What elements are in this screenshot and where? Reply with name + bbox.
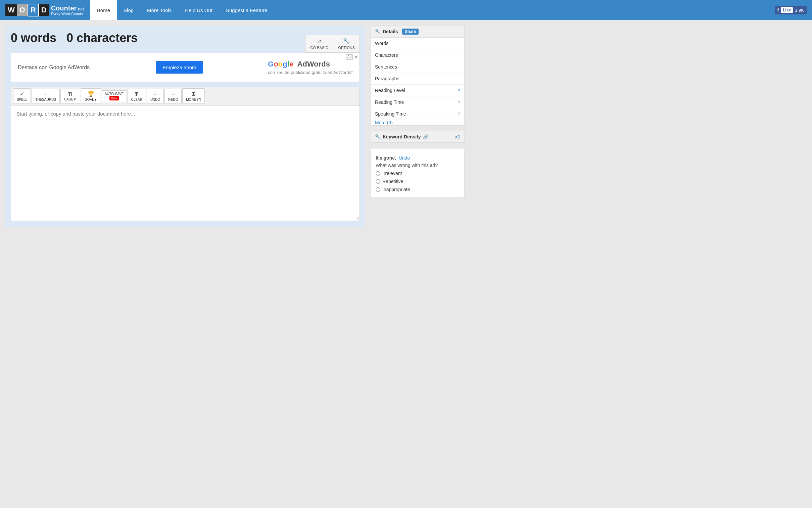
ad-close-icon[interactable]: ✕: [354, 54, 358, 60]
ad-question: What was wrong with this ad?: [376, 163, 460, 168]
ad-brand-area: Google AdWords con 75€ de publicidad gra…: [268, 60, 353, 75]
sidebar-item-reading-level[interactable]: Reading Level ?: [371, 85, 464, 96]
undo-icon: ←: [153, 91, 158, 97]
reading-level-help-icon[interactable]: ?: [458, 88, 460, 93]
nav-suggest[interactable]: Suggest a Feature: [219, 0, 274, 20]
site-header: W O R D Counter.net Every Word Counts Ho…: [0, 0, 812, 20]
ad-feedback-section: It's gone. Undo What was wrong with this…: [371, 148, 465, 197]
ad-gone-text: It's gone. Undo: [376, 155, 460, 161]
top-buttons: ↗ GO BASIC 🔧 OPTIONS: [305, 35, 360, 53]
sidebar-item-words[interactable]: Words: [371, 38, 464, 49]
radio-repetitive[interactable]: Repetitive: [376, 179, 460, 184]
sidebar: 🔧 Details Share Words Characters Sentenc…: [371, 26, 465, 197]
goal-button[interactable]: 🏆 GOAL▼: [81, 88, 101, 104]
logo[interactable]: W O R D Counter.net Every Word Counts: [5, 4, 84, 16]
sidebar-item-sentences[interactable]: Sentences: [371, 61, 464, 73]
redo-label: REDO: [168, 98, 178, 101]
case-label: CASE▼: [64, 97, 77, 101]
autosave-off-badge: OFF: [109, 96, 119, 100]
editor-container: ✓ SPELL ≡ THESAURUS TI CASE▼ 🏆 GOAL▼ AUT…: [11, 87, 360, 221]
main-nav: Home Blog More Tools Help Us Out Suggest…: [90, 0, 274, 20]
ad-controls: Ad ✕: [346, 54, 358, 60]
stats-row: 0 words 0 characters ↗ GO BASIC 🔧 OPTION…: [11, 31, 360, 53]
undo-link[interactable]: Undo: [399, 155, 410, 161]
case-icon: TI: [68, 91, 72, 97]
thesaurus-button[interactable]: ≡ THESAURUS: [32, 89, 60, 104]
facebook-icon: f: [777, 7, 779, 13]
reading-time-help-icon[interactable]: ?: [458, 100, 460, 105]
thesaurus-label: THESAURUS: [35, 98, 56, 101]
irrelevant-label: Irrelevant: [382, 171, 402, 176]
case-button[interactable]: TI CASE▼: [60, 89, 80, 103]
undo-label: UNDO: [150, 98, 160, 101]
reading-level-label: Reading Level: [375, 88, 405, 93]
spell-check-button[interactable]: ✓ SPELL: [13, 88, 31, 104]
spell-label: SPELL: [17, 98, 27, 101]
sidebar-item-paragraphs[interactable]: Paragraphs: [371, 73, 464, 85]
keyword-x1[interactable]: x1: [455, 134, 460, 139]
like-button[interactable]: Like: [781, 7, 793, 13]
ad-cta-button[interactable]: Empieza ahora: [156, 61, 203, 74]
logo-tagline: Every Word Counts: [51, 12, 84, 16]
undo-button[interactable]: ← UNDO: [147, 89, 164, 104]
content-area: 0 words 0 characters ↗ GO BASIC 🔧 OPTION…: [5, 26, 365, 227]
details-label: Details: [383, 29, 398, 34]
nav-home[interactable]: Home: [90, 0, 117, 20]
clear-icon: 🗑: [134, 91, 139, 97]
characters-label: Characters: [375, 52, 398, 58]
like-count: 1.9K: [795, 8, 804, 13]
radio-circle-irrelevant: [376, 171, 380, 176]
main-layout: 0 words 0 characters ↗ GO BASIC 🔧 OPTION…: [0, 20, 470, 232]
redo-button[interactable]: → REDO: [164, 89, 182, 104]
radio-circle-repetitive: [376, 179, 380, 184]
goal-icon: 🏆: [88, 91, 94, 97]
advertisement: Ad ✕ Destaca con Google AdWords. Empieza…: [11, 53, 360, 82]
keyword-header: 🔧 Keyword Density 🔗 x1: [371, 131, 464, 142]
ad-main-text: Destaca con Google AdWords.: [18, 65, 91, 71]
more-label: MORE (7): [186, 98, 201, 101]
radio-irrelevant[interactable]: Irrelevant: [376, 171, 460, 176]
ad-subtext: con 75€ de publicidad gratuita en AdWord…: [268, 70, 353, 75]
sentences-label: Sentences: [375, 64, 397, 70]
logo-w: W: [5, 4, 17, 16]
nav-blog[interactable]: Blog: [117, 0, 140, 20]
spell-icon: ✓: [20, 91, 24, 97]
goal-label: GOAL▼: [85, 98, 97, 101]
logo-r: R: [28, 4, 39, 16]
inappropriate-label: Inappropriate: [382, 187, 410, 192]
keyword-section: 🔧 Keyword Density 🔗 x1: [371, 131, 465, 143]
ad-text-area: Destaca con Google AdWords.: [18, 65, 91, 71]
more-tools-button[interactable]: ⊞ MORE (7): [182, 88, 205, 104]
clear-button[interactable]: 🗑 CLEAR: [128, 89, 146, 104]
go-basic-button[interactable]: ↗ GO BASIC: [305, 35, 333, 53]
details-header: 🔧 Details Share: [371, 26, 464, 38]
radio-inappropriate[interactable]: Inappropriate: [376, 187, 460, 192]
word-count: 0 words: [11, 31, 56, 45]
radio-circle-inappropriate: [376, 187, 380, 192]
autosave-button[interactable]: AUTO-SAVE OFF: [102, 90, 127, 102]
external-link-icon: ↗: [317, 38, 321, 44]
sidebar-item-reading-time[interactable]: Reading Time ?: [371, 96, 464, 108]
reading-time-label: Reading Time: [375, 99, 404, 105]
details-section: 🔧 Details Share Words Characters Sentenc…: [371, 26, 465, 126]
more-link[interactable]: More (9): [371, 117, 397, 128]
keyword-label: Keyword Density: [383, 134, 421, 139]
clear-label: CLEAR: [131, 98, 142, 101]
keyword-wrench-icon: 🔧: [375, 134, 381, 139]
char-count: 0 characters: [66, 31, 138, 45]
editor-toolbar: ✓ SPELL ≡ THESAURUS TI CASE▼ 🏆 GOAL▼ AUT…: [11, 87, 360, 105]
share-button[interactable]: Share: [402, 29, 419, 35]
text-editor[interactable]: [11, 105, 360, 220]
logo-d: D: [39, 4, 49, 16]
wrench-icon: 🔧: [375, 29, 381, 34]
options-button[interactable]: 🔧 OPTIONS: [333, 35, 360, 53]
repetitive-label: Repetitive: [382, 179, 403, 184]
nav-more-tools[interactable]: More Tools: [140, 0, 178, 20]
facebook-like[interactable]: f Like 1.9K: [775, 6, 807, 14]
nav-help[interactable]: Help Us Out: [178, 0, 219, 20]
keyword-link-icon: 🔗: [423, 134, 428, 139]
logo-text: Counter.net Every Word Counts: [51, 4, 84, 16]
ad-badge: Ad: [346, 54, 353, 60]
sidebar-item-characters[interactable]: Characters: [371, 49, 464, 61]
speaking-time-help-icon[interactable]: ?: [458, 112, 460, 117]
